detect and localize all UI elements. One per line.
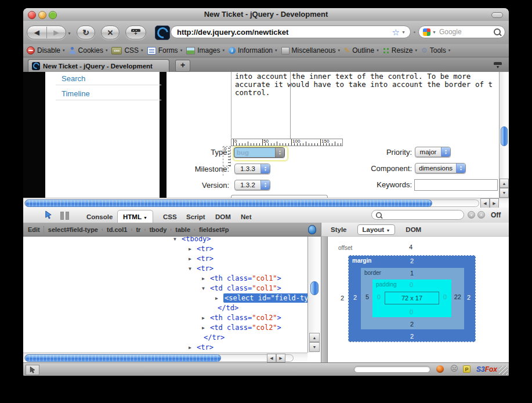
firebug-off-button[interactable]: Off	[491, 211, 501, 219]
url-input[interactable]	[176, 27, 392, 37]
tree-node-tbody[interactable]: ▼<tbody>	[23, 237, 307, 244]
tree-node-tr-expanded[interactable]: ▼<tr>	[23, 264, 307, 274]
scroll-down-button[interactable]: ▼	[309, 342, 320, 352]
keywords-input[interactable]	[414, 179, 498, 191]
tab-new-ticket[interactable]: New Ticket - jQuery - Development	[28, 59, 169, 72]
list-all-tabs-button[interactable]: ▼	[491, 60, 504, 70]
firebug-tab-console[interactable]: Console	[81, 210, 118, 223]
tree-node-tr[interactable]: ▶<tr>	[23, 343, 307, 353]
history-dropdown-caret[interactable]: ▼	[67, 31, 71, 35]
horizontal-ruler-overlay[interactable]: 0 50 100 150	[231, 139, 343, 146]
side-tab-dom[interactable]: DOM	[401, 225, 426, 234]
firebug-status-icon[interactable]	[436, 365, 444, 373]
webdev-menu-resize[interactable]: Resize ▾	[383, 46, 417, 55]
breadcrumb-td[interactable]: td.col1	[107, 226, 127, 233]
type-select[interactable]: bug ▲▼	[234, 147, 285, 158]
breadcrumb-tbody[interactable]: tbody	[149, 226, 167, 233]
firebug-tab-html[interactable]: HTML ▼	[117, 210, 153, 223]
tree-node-td-col1[interactable]: ▼<td class="col1">	[23, 284, 307, 293]
firebug-search-input[interactable]	[385, 211, 460, 219]
scroll-up-button[interactable]: ▲	[500, 179, 509, 188]
search-engine-caret[interactable]: ▼	[432, 30, 436, 34]
tree-node-tr-close[interactable]: </tr>	[23, 333, 307, 343]
new-tab-button[interactable]: +	[175, 60, 190, 72]
scrollbar-thumb[interactable]	[310, 281, 319, 295]
content-horizontal-scrollbar[interactable]: ◀ ▶	[23, 198, 509, 208]
scroll-left-button[interactable]: ◀	[267, 354, 276, 362]
version-select[interactable]: 1.3.2 ▲▼	[234, 180, 270, 190]
padding-box[interactable]: padding 0 0 0 0 72 x 17	[372, 279, 451, 317]
breadcrumb-fieldset[interactable]: fieldset#p	[199, 226, 229, 233]
tree-node-tr[interactable]: ▶<tr>	[23, 254, 307, 264]
location-bar[interactable]: ☆ ▼	[171, 26, 411, 38]
content-vertical-scrollbar[interactable]: ▲ ▼	[499, 72, 509, 198]
webdev-menu-disable[interactable]: Disable ▾	[27, 46, 65, 55]
webdev-menu-css[interactable]: css CSS ▾	[111, 46, 143, 55]
panel-splitter[interactable]	[321, 237, 328, 362]
priority-select[interactable]: major ▲▼	[415, 147, 451, 157]
webdev-menu-miscellaneous[interactable]: Miscellaneous ▾	[281, 46, 341, 55]
dom-inspector-status-button[interactable]	[26, 365, 39, 375]
firebug-search-field[interactable]	[371, 210, 464, 220]
scrollbar-thumb[interactable]	[501, 126, 508, 146]
scrollbar-thumb[interactable]	[25, 199, 432, 207]
greasemonkey-face-icon[interactable]: ☹	[450, 364, 458, 373]
search-input[interactable]	[438, 27, 492, 37]
content-box[interactable]: 72 x 17	[385, 292, 439, 304]
tree-node-th-col1[interactable]: ▶<th class="col1">	[23, 274, 307, 284]
firebug-tab-dom[interactable]: DOM	[210, 210, 236, 223]
breadcrumb-tr[interactable]: tr	[136, 226, 140, 233]
tree-node-th-col2[interactable]: ▶<th class="col2">	[23, 313, 307, 323]
webdev-menu-images[interactable]: Images ▾	[186, 46, 225, 55]
tree-node-td-close[interactable]: </td>	[23, 303, 307, 313]
side-tab-style[interactable]: Style	[326, 225, 352, 234]
html-tree-panel[interactable]: ▼<tbody> ▶<tr> ▶<tr> ▼<tr> ▶<th class="c…	[23, 237, 307, 353]
webdev-menu-forms[interactable]: Forms ▾	[147, 46, 183, 55]
sidebar-link-search[interactable]: Search	[61, 74, 85, 83]
bookmark-star-icon[interactable]: ☆	[392, 28, 400, 37]
site-identity-box[interactable]	[155, 26, 170, 40]
firebug-tab-css[interactable]: CSS	[158, 210, 182, 223]
blue-bug-icon[interactable]	[308, 225, 316, 234]
scroll-up-button[interactable]: ▲	[309, 333, 320, 342]
forward-button[interactable]: ▶	[47, 28, 66, 37]
scroll-right-button[interactable]: ▶	[490, 198, 499, 208]
edit-button[interactable]: Edit	[28, 226, 40, 233]
border-box[interactable]: border 1 5 22 2 padding 0 0 0 0 72 x 17	[361, 268, 464, 329]
toolbar-toggle-lozenge[interactable]	[491, 12, 503, 18]
add-widget-button[interactable]: +	[125, 26, 146, 39]
firebug-tab-script[interactable]: Script	[181, 210, 211, 223]
s3fox-status-item[interactable]: S3Fox	[476, 365, 497, 373]
tree-node-select-selected[interactable]: ▶<select id="field-type	[23, 293, 307, 303]
resize-grip[interactable]	[499, 366, 508, 375]
sidebar-link-timeline[interactable]: Timeline	[61, 89, 90, 98]
tree-horizontal-scrollbar[interactable]: ◀ ▶	[23, 353, 307, 362]
component-select[interactable]: dimensions ▲▼	[415, 163, 466, 173]
webdev-menu-tools[interactable]: ⚙ Tools ▾	[421, 46, 450, 55]
margin-box[interactable]: margin 2 2 2 2 border 1 5 22 2 padding 0	[348, 255, 476, 342]
side-tab-layout[interactable]: Layout ▼	[357, 224, 396, 235]
scrollbar-thumb[interactable]	[25, 354, 221, 362]
reload-button[interactable]: ↻	[77, 26, 95, 39]
search-bar[interactable]: ▼	[418, 26, 505, 38]
webdev-menu-outline[interactable]: ✎ Outline ▾	[344, 46, 379, 55]
scroll-right-button[interactable]: ▶	[276, 354, 285, 362]
breadcrumb-select[interactable]: select#field-type	[48, 226, 98, 233]
search-next-button[interactable]: ∧	[477, 211, 485, 219]
breadcrumb-table[interactable]: table	[175, 226, 190, 233]
tree-node-td-col2[interactable]: ▶<td class="col2">	[23, 323, 307, 333]
pause-icon[interactable]	[60, 212, 69, 220]
ticket-description-text[interactable]: into account the inner text of the contr…	[235, 72, 493, 97]
milestone-select[interactable]: 1.3.3 ▲▼	[234, 164, 270, 174]
tree-node-tr[interactable]: ▶<tr>	[23, 244, 307, 254]
search-magnifier-icon[interactable]	[494, 28, 501, 35]
scroll-left-button[interactable]: ◀	[480, 198, 490, 208]
search-previous-button[interactable]: ∨	[468, 211, 475, 219]
firebug-tab-net[interactable]: Net	[236, 210, 257, 223]
url-dropdown-caret[interactable]: ▼	[401, 30, 406, 34]
p-badge-icon[interactable]: P	[463, 365, 471, 373]
scroll-down-button[interactable]: ▼	[500, 188, 509, 198]
webdev-menu-information[interactable]: i Information ▾	[229, 46, 277, 55]
tree-vertical-scrollbar[interactable]: ▲ ▼	[307, 237, 321, 353]
back-forward-buttons[interactable]: ◀ ▶	[27, 26, 66, 39]
